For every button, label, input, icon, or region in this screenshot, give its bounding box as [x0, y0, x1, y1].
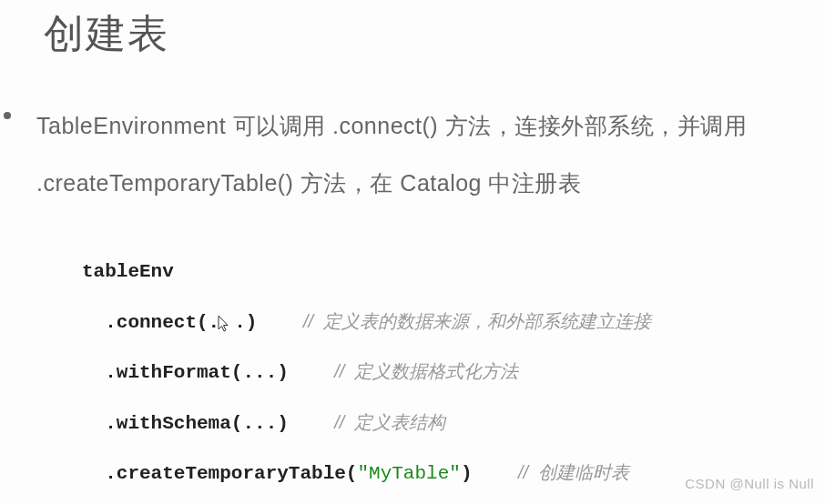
code-comment: // 定义表的数据来源，和外部系统建立连接 — [303, 311, 651, 331]
code-method: .withFormat(...) — [82, 362, 289, 383]
code-paren: ) — [461, 463, 473, 484]
code-comment: // 定义表结构 — [334, 412, 445, 432]
code-block: tableEnv .connect(..) // 定义表的数据来源，和外部系统建… — [82, 247, 825, 499]
description-text: TableEnvironment 可以调用 .connect() 方法，连接外部… — [36, 97, 825, 211]
cursor-icon — [219, 313, 234, 328]
bullet-icon — [4, 112, 11, 119]
code-line-3: .withFormat(...) // 定义数据格式化方法 — [82, 348, 825, 398]
code-string: "MyTable" — [357, 463, 460, 484]
code-line-4: .withSchema(...) // 定义表结构 — [82, 398, 825, 449]
code-line-1: tableEnv — [82, 247, 825, 297]
code-method: .withSchema(...) — [82, 413, 289, 434]
code-identifier: tableEnv — [82, 261, 174, 282]
code-method: .createTemporaryTable( — [82, 463, 357, 484]
bullet-item: TableEnvironment 可以调用 .connect() 方法，连接外部… — [0, 97, 825, 211]
code-comment: // 创建临时表 — [518, 462, 629, 482]
code-comment: // 定义数据格式化方法 — [334, 361, 518, 381]
code-line-5: .createTemporaryTable("MyTable") // 创建临时… — [82, 449, 825, 499]
code-method: .connect(..) — [82, 312, 257, 333]
watermark: CSDN @Null is Null — [685, 476, 814, 491]
code-line-2: .connect(..) // 定义表的数据来源，和外部系统建立连接 — [82, 297, 825, 348]
page-title: 创建表 — [44, 7, 825, 61]
